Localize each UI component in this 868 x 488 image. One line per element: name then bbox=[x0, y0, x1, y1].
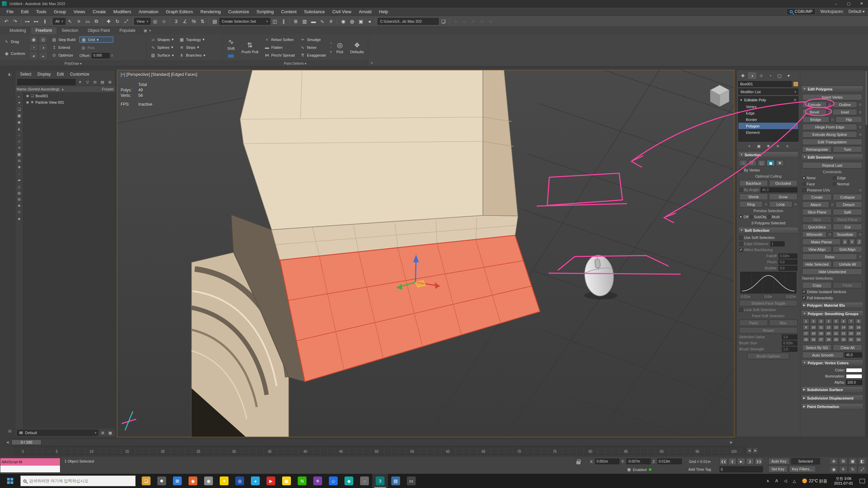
paint-mini-icon[interactable]: ▪ bbox=[330, 41, 332, 45]
smoothing-group-button[interactable]: 16 bbox=[855, 325, 862, 330]
preserve-uvs-settings-button[interactable] bbox=[858, 188, 862, 192]
mini-toolbar-icon[interactable]: ▤ bbox=[7, 428, 13, 434]
explorer-menu-item[interactable]: Edit bbox=[54, 71, 67, 77]
taskbar-app-icon[interactable]: ◇ bbox=[326, 474, 341, 488]
menu-item[interactable]: Customize bbox=[224, 7, 253, 16]
unhide-all-button[interactable]: Unhide All bbox=[833, 261, 862, 267]
smoothing-group-button[interactable]: 32 bbox=[855, 337, 862, 342]
time-tag-icon[interactable]: ▦ bbox=[627, 467, 631, 472]
auto-key-button[interactable]: Auto Key bbox=[768, 458, 790, 465]
zoom-extents-icon[interactable]: ▣ bbox=[848, 458, 857, 465]
curve-editor-icon[interactable]: ∿ bbox=[318, 17, 327, 25]
inset-button[interactable]: Inset bbox=[833, 109, 857, 115]
explorer-search-input[interactable] bbox=[17, 79, 76, 85]
layer-manager-icon[interactable]: ≣ bbox=[292, 17, 300, 25]
shift-button[interactable]: ∿Shift bbox=[225, 37, 237, 51]
drag-button[interactable]: ↖Drag bbox=[3, 39, 26, 44]
step-build-button[interactable]: ▤Step Build bbox=[50, 37, 77, 42]
fov-icon[interactable]: ◉ bbox=[829, 466, 838, 473]
blur-button[interactable]: Blur bbox=[769, 320, 798, 326]
push-pull-button[interactable]: ⇅Push/ Pull bbox=[239, 40, 260, 55]
preview-subobj-radio[interactable] bbox=[749, 215, 753, 219]
disabled-sphere-icon[interactable]: ○ bbox=[451, 17, 460, 25]
track-bar[interactable]: 0510152025303540455055606570758085909510… bbox=[14, 447, 745, 455]
taskbar-app-icon[interactable]: ▣ bbox=[279, 474, 294, 488]
zoom-region-icon[interactable]: ◧ bbox=[858, 458, 867, 465]
paint-pick-button[interactable]: ◎Pick bbox=[334, 40, 346, 55]
project-folder-icon[interactable]: ❏ bbox=[439, 17, 448, 25]
explorer-filter-icon[interactable]: ◐ bbox=[16, 93, 23, 100]
inset-settings-button[interactable] bbox=[858, 110, 862, 114]
smoothing-group-button[interactable]: 27 bbox=[817, 337, 824, 342]
rectangular-selection-icon[interactable]: ▭ bbox=[83, 17, 92, 25]
visibility-icon[interactable]: ◉ bbox=[26, 100, 29, 104]
stack-subobject-row[interactable]: Border bbox=[738, 116, 798, 123]
z-coordinate-field[interactable]: 0.013m bbox=[657, 459, 682, 464]
toolbar-separator[interactable] bbox=[337, 18, 337, 25]
taskbar-search-input[interactable] bbox=[29, 479, 133, 483]
modify-tab-icon[interactable]: ◑ bbox=[748, 72, 756, 79]
disabled-sphere-icon[interactable]: ○ bbox=[469, 17, 477, 25]
turn-button[interactable]: Turn bbox=[833, 146, 862, 152]
smoothing-group-button[interactable]: 7 bbox=[848, 319, 854, 324]
next-frame-arrow[interactable]: ▶ bbox=[729, 439, 734, 446]
view-align-button[interactable]: View Align bbox=[802, 246, 832, 252]
explorer-dock-icon[interactable]: ▦ bbox=[107, 430, 113, 436]
outline-button[interactable]: Outline bbox=[833, 101, 857, 108]
select-by-name-icon[interactable]: ≡ bbox=[75, 17, 83, 25]
attach-settings-button[interactable] bbox=[830, 203, 834, 207]
render-icon[interactable]: ● bbox=[366, 17, 374, 25]
hierarchy-tab-icon[interactable]: ⊹ bbox=[757, 72, 765, 79]
defaults-button[interactable]: ❖Defaults bbox=[348, 40, 366, 55]
auto-smooth-field[interactable]: 45.0 bbox=[845, 352, 862, 358]
time-slider-handle[interactable]: 0 / 100 bbox=[12, 440, 41, 445]
edit-triangulation-button[interactable]: Edit Triangulation bbox=[802, 139, 862, 145]
smoothing-group-button[interactable]: 25 bbox=[803, 337, 809, 342]
rendered-frame-icon[interactable]: ▣ bbox=[357, 17, 365, 25]
menu-item[interactable]: Civil View bbox=[329, 7, 355, 16]
pin-stack-icon[interactable]: ⌖ bbox=[746, 143, 753, 149]
explorer-settings-icon[interactable]: ▤ bbox=[99, 79, 105, 85]
extrude-button[interactable]: Extrude bbox=[802, 101, 827, 108]
lock-soft-selection-checkbox[interactable] bbox=[739, 308, 743, 312]
smoothing-group-button[interactable]: 3 bbox=[817, 319, 824, 324]
tessellate-button[interactable]: Tessellate bbox=[833, 231, 857, 238]
bevel-settings-button[interactable] bbox=[828, 110, 832, 114]
use-pivot-center-icon[interactable]: ◎ bbox=[151, 17, 159, 25]
smoothing-group-button[interactable]: 21 bbox=[833, 331, 840, 336]
set-key-button[interactable]: Set Key bbox=[768, 466, 788, 472]
paint-deformation-rollout-header[interactable]: ▶Paint Deformation bbox=[801, 403, 863, 410]
tessellate-settings-button[interactable] bbox=[858, 232, 862, 237]
grid-align-button[interactable]: Grid Align bbox=[833, 246, 862, 252]
taskbar-app-icon[interactable]: ⊞ bbox=[170, 474, 185, 488]
start-button[interactable] bbox=[0, 474, 20, 488]
minimize-button[interactable]: – bbox=[829, 0, 842, 7]
paint-options-icon[interactable] bbox=[228, 54, 234, 58]
make-planar-button[interactable]: Make Planar bbox=[802, 239, 841, 245]
explorer-filter-icon[interactable]: ◍ bbox=[16, 190, 23, 196]
use-soft-selection-checkbox[interactable] bbox=[739, 236, 743, 240]
smoothing-group-button[interactable]: 28 bbox=[825, 337, 832, 342]
soft-selection-rollout-header[interactable]: ▼Soft Selection bbox=[738, 227, 798, 233]
object-color-swatch[interactable] bbox=[793, 81, 798, 87]
bubble-field[interactable]: 0.0 bbox=[778, 266, 797, 271]
explorer-filter-icon[interactable]: ◇ bbox=[16, 138, 23, 145]
insert-vertex-button[interactable]: Insert Vertex bbox=[802, 94, 862, 100]
disabled-sphere-icon[interactable]: ○ bbox=[487, 17, 495, 25]
toolbar-separator[interactable] bbox=[209, 18, 209, 25]
conform-brush-icon[interactable]: ◔ bbox=[29, 44, 38, 51]
auto-smooth-button[interactable]: Auto Smooth bbox=[802, 352, 844, 358]
smoothing-group-button[interactable]: 24 bbox=[855, 331, 862, 336]
window-crossing-icon[interactable]: ⧉ bbox=[92, 17, 101, 25]
copy-button[interactable]: Copy bbox=[802, 282, 832, 288]
stack-subobject-row[interactable]: Edge bbox=[738, 110, 798, 116]
smoothing-groups-rollout-header[interactable]: ▼Polygon: Smoothing Groups bbox=[801, 310, 863, 317]
ribbon-tab[interactable]: Freeform bbox=[31, 27, 57, 34]
taskbar-app-icon[interactable]: ✦ bbox=[216, 474, 232, 488]
taskbar-app-icon[interactable]: ◕ bbox=[248, 474, 263, 488]
motion-tab-icon[interactable]: ◔ bbox=[766, 72, 774, 79]
close-button[interactable]: ✕ bbox=[855, 0, 868, 7]
offset-field[interactable]: 0.000 bbox=[92, 53, 110, 58]
taskbar-app-icon[interactable]: ✱ bbox=[154, 474, 170, 488]
disabled-sphere-icon[interactable]: ○ bbox=[478, 17, 486, 25]
